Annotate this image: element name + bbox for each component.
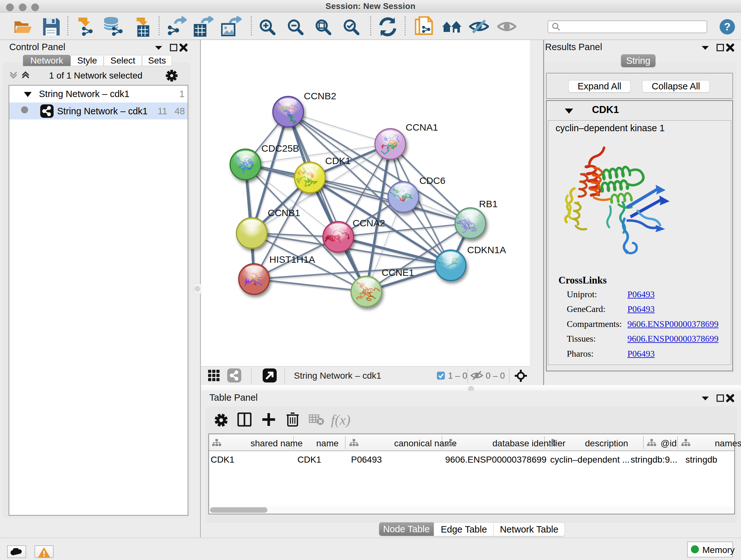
svg-text:?: ?: [724, 20, 731, 33]
svg-text:CCNB2: CCNB2: [304, 91, 336, 101]
svg-text:CCNB1: CCNB1: [268, 207, 300, 218]
svg-text:CCNA2: CCNA2: [353, 218, 385, 228]
svg-text:HIST1H1A: HIST1H1A: [269, 254, 315, 265]
svg-text:CDK1: CDK1: [325, 155, 351, 166]
svg-text:CDKN1A: CDKN1A: [467, 245, 506, 255]
svg-text:CCNE1: CCNE1: [382, 267, 414, 278]
svg-text:CDC6: CDC6: [419, 175, 446, 186]
svg-text:CCNA1: CCNA1: [406, 122, 438, 132]
svg-text:RB1: RB1: [479, 199, 497, 209]
svg-text:CDC25B: CDC25B: [261, 143, 299, 153]
